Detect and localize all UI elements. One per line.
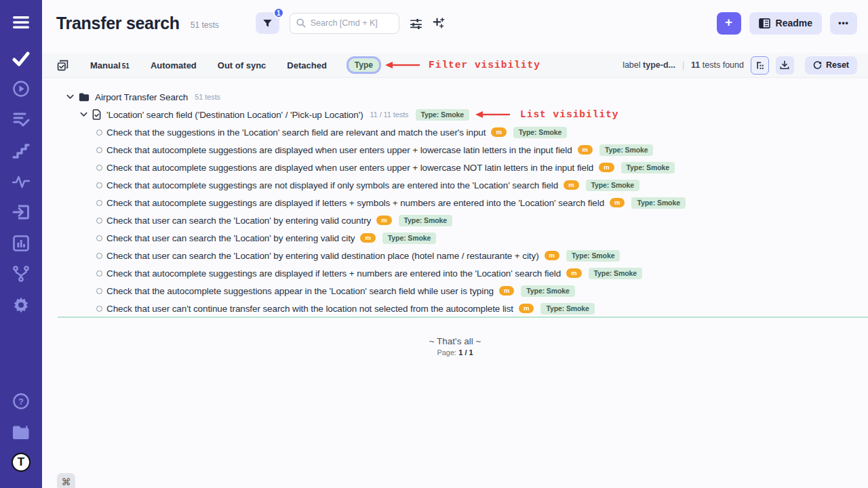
priority-badge: m	[610, 198, 625, 207]
tests-check-icon[interactable]	[12, 49, 31, 68]
reports-chart-icon[interactable]	[12, 234, 31, 253]
user-avatar[interactable]: T	[12, 453, 31, 472]
page-title: Transfer search	[56, 14, 180, 33]
folder-test-count: 51 tests	[195, 93, 220, 101]
priority-badge: m	[564, 180, 578, 190]
menu-icon[interactable]	[12, 13, 31, 32]
projects-folder-icon[interactable]	[12, 423, 31, 442]
test-runs-play-icon[interactable]	[12, 79, 31, 98]
test-status-icon	[96, 129, 102, 136]
chevron-down-icon[interactable]	[66, 94, 74, 100]
folder-name: Airport Transfer Search	[95, 92, 188, 102]
test-status-icon	[96, 235, 102, 241]
test-row[interactable]: Check that user can search the 'Location…	[42, 229, 868, 247]
priority-badge: m	[499, 286, 514, 296]
test-row[interactable]: Check that user can search the 'Location…	[42, 247, 868, 264]
type-badge: Type: Smoke	[382, 232, 436, 244]
test-row[interactable]: Check that autocomplete suggestions are …	[42, 141, 868, 159]
suite-name: 'Location' search field ('Destination Lo…	[106, 110, 363, 120]
type-badge: Type: Smoke	[399, 215, 452, 226]
suite-test-count: 11 / 11 tests	[370, 110, 409, 119]
type-badge: Type: Smoke	[586, 180, 639, 191]
filter-count-badge: 1	[273, 7, 284, 18]
imports-icon[interactable]	[12, 203, 31, 222]
test-row[interactable]: Check that user can search the 'Location…	[42, 211, 868, 229]
priority-badge: m	[360, 233, 375, 243]
test-row[interactable]: Check that autocomplete suggestings are …	[42, 264, 868, 282]
ai-sparkles-icon[interactable]	[433, 17, 445, 29]
top-bar: Transfer search 51 tests 1	[42, 0, 868, 46]
suite-row[interactable]: 'Location' search field ('Destination Lo…	[42, 106, 868, 123]
priority-badge: m	[599, 163, 614, 172]
tab-manual[interactable]: Manual51	[90, 60, 130, 70]
test-status-icon	[96, 306, 102, 312]
app-window: ? T Transfer search 51 tests 1	[0, 0, 868, 488]
tab-automated[interactable]: Automated	[151, 60, 197, 70]
integrations-branch-icon[interactable]	[12, 264, 31, 283]
red-arrow-left-icon	[475, 110, 511, 119]
test-row[interactable]: Check that autocomplete suggestions are …	[42, 159, 868, 176]
readme-button[interactable]: Readme	[749, 12, 822, 35]
select-all-icon[interactable]	[56, 59, 69, 72]
suite-document-icon	[92, 109, 101, 120]
type-badge: Type: Smoke	[589, 268, 642, 279]
priority-badge: m	[376, 216, 391, 225]
type-filter-pill[interactable]: Type	[349, 58, 379, 72]
divider: |	[682, 60, 684, 70]
reset-label: Reset	[826, 60, 849, 70]
filter-funnel-button[interactable]: 1	[256, 12, 279, 34]
filter-visibility-annotation: Filter visibility	[429, 60, 540, 70]
book-icon	[759, 18, 770, 28]
command-shortcut-button[interactable]: ⌘	[57, 473, 75, 488]
type-badge: Type: Smoke	[621, 162, 675, 174]
test-tree: Airport Transfer Search 51 tests 'Locati…	[42, 79, 868, 357]
test-plans-icon[interactable]	[12, 110, 31, 129]
tree-view-toggle-button[interactable]	[751, 56, 769, 75]
sidebar: ? T	[0, 0, 42, 488]
test-status-icon	[96, 253, 102, 259]
tests-found-count: 11 tests found	[691, 60, 744, 70]
priority-badge: m	[545, 251, 559, 260]
reset-button[interactable]: Reset	[805, 56, 857, 75]
milestones-steps-icon[interactable]	[12, 141, 31, 160]
test-row[interactable]: Check that autocomplete suggestings are …	[42, 194, 868, 211]
test-status-icon	[96, 147, 102, 153]
type-badge: Type: Smoke	[540, 303, 594, 314]
test-status-icon	[96, 200, 102, 206]
readme-label: Readme	[776, 18, 812, 28]
search-box[interactable]	[290, 13, 399, 34]
folder-row[interactable]: Airport Transfer Search 51 tests	[42, 88, 868, 106]
test-row[interactable]: Check that the autocomplete suggestions …	[42, 282, 868, 300]
type-badge: Type: Smoke	[521, 285, 574, 297]
title-test-count: 51 tests	[191, 20, 219, 30]
test-row[interactable]: Check that the suggestions in the 'Locat…	[42, 123, 868, 141]
test-status-icon	[96, 182, 102, 188]
test-status-icon	[96, 218, 102, 224]
more-options-button[interactable]: •••	[830, 12, 857, 35]
test-status-icon	[96, 270, 102, 277]
filter-bar: Manual51 Automated Out of sync Detached …	[42, 53, 868, 78]
activity-pulse-icon[interactable]	[12, 172, 31, 191]
test-row[interactable]: Check that user can't continue transfer …	[42, 300, 868, 317]
test-status-icon	[96, 288, 102, 294]
main-area: Transfer search 51 tests 1	[42, 0, 868, 488]
view-settings-sliders-icon[interactable]	[410, 18, 422, 29]
tab-detached[interactable]: Detached	[287, 60, 327, 70]
help-icon[interactable]: ?	[12, 392, 31, 411]
settings-gear-icon[interactable]	[12, 296, 31, 314]
type-badge: Type: Smoke	[513, 127, 567, 138]
priority-badge: m	[519, 304, 534, 313]
tab-out-of-sync[interactable]: Out of sync	[218, 60, 267, 70]
type-badge: Type: Smoke	[631, 197, 685, 209]
search-input[interactable]	[311, 18, 392, 28]
add-button[interactable]: +	[717, 12, 741, 35]
folder-icon	[79, 92, 90, 102]
red-arrow-left-icon	[385, 61, 420, 69]
list-visibility-annotation: List visibility	[520, 109, 619, 120]
refresh-icon	[813, 61, 822, 70]
test-row[interactable]: Check that autocomplete suggestings are …	[42, 176, 868, 194]
chevron-down-icon[interactable]	[80, 112, 87, 117]
active-filter-label: label type-d...	[623, 60, 675, 70]
download-button[interactable]	[776, 56, 794, 75]
search-icon	[296, 18, 306, 28]
